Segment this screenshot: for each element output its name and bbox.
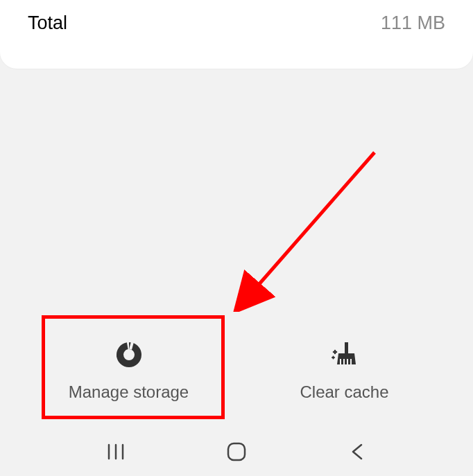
- total-value: 111 MB: [381, 12, 445, 34]
- recents-icon: [106, 442, 126, 461]
- svg-line-7: [253, 152, 375, 291]
- svg-rect-1: [345, 342, 348, 353]
- svg-rect-4: [347, 359, 348, 364]
- back-icon: [349, 442, 366, 461]
- clear-cache-button[interactable]: Clear cache: [255, 323, 435, 417]
- donut-chart-icon: [112, 338, 146, 371]
- manage-storage-button[interactable]: Manage storage: [39, 323, 219, 417]
- clear-cache-label: Clear cache: [300, 382, 388, 402]
- storage-summary-card: Total 111 MB: [0, 0, 473, 69]
- svg-rect-11: [228, 443, 245, 460]
- total-label: Total: [28, 12, 67, 34]
- home-icon: [226, 441, 247, 462]
- manage-storage-label: Manage storage: [69, 382, 189, 402]
- svg-rect-3: [343, 359, 345, 364]
- svg-rect-5: [350, 359, 352, 364]
- total-row: Total 111 MB: [28, 12, 445, 34]
- navigation-bar: [0, 427, 473, 476]
- home-button[interactable]: [216, 438, 257, 466]
- back-button[interactable]: [336, 438, 378, 466]
- broom-icon: [328, 338, 361, 371]
- annotation-arrow: [229, 146, 388, 312]
- actions-container: Manage storage Clear cache: [0, 323, 473, 417]
- svg-rect-2: [340, 359, 341, 364]
- recents-button[interactable]: [95, 438, 137, 466]
